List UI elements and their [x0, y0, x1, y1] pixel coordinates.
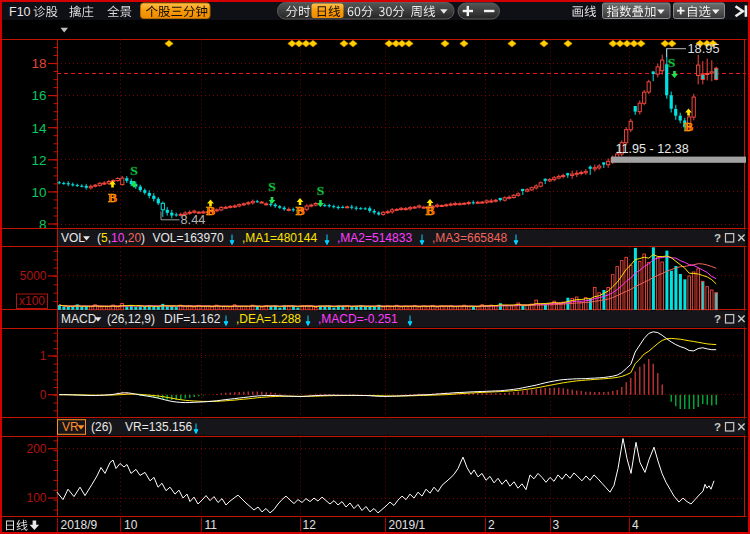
svg-text:,MA3=665848: ,MA3=665848 [432, 231, 507, 245]
svg-text:S: S [130, 163, 138, 178]
svg-text:?: ? [714, 232, 721, 244]
svg-text:8.44: 8.44 [181, 212, 206, 227]
svg-text:8: 8 [39, 217, 47, 232]
svg-text:S: S [268, 179, 276, 194]
svg-text:16: 16 [31, 88, 46, 103]
svg-text:VR: VR [62, 420, 79, 434]
svg-text:VR=135.156: VR=135.156 [125, 420, 192, 434]
svg-text:12: 12 [303, 518, 317, 532]
svg-text:,MA2=514833: ,MA2=514833 [337, 231, 412, 245]
svg-text:B: B [684, 119, 693, 134]
svg-text:4: 4 [632, 518, 639, 532]
svg-text:(26,12,9): (26,12,9) [107, 312, 155, 326]
svg-text:F10: F10 [9, 5, 31, 19]
svg-text:,DEA=1.288: ,DEA=1.288 [236, 312, 301, 326]
svg-text:(5,10,20): (5,10,20) [97, 231, 145, 245]
svg-text:10: 10 [124, 518, 138, 532]
svg-text:B: B [206, 203, 215, 218]
svg-text:x100: x100 [19, 294, 45, 308]
svg-text:(26): (26) [91, 420, 112, 434]
svg-text:14: 14 [31, 121, 47, 136]
svg-text:VOL: VOL [61, 231, 85, 245]
svg-text:S: S [668, 55, 676, 70]
svg-text:18.95: 18.95 [688, 41, 720, 56]
svg-text:?: ? [714, 313, 721, 325]
svg-text:200: 200 [26, 442, 46, 456]
svg-text:MACD: MACD [61, 312, 97, 326]
svg-text:,MACD=-0.251: ,MACD=-0.251 [318, 312, 398, 326]
svg-text:VOL=163970: VOL=163970 [153, 231, 224, 245]
svg-text:10: 10 [31, 185, 46, 200]
svg-text:2: 2 [488, 518, 495, 532]
svg-text:11: 11 [205, 518, 218, 532]
svg-text:1: 1 [40, 349, 47, 363]
svg-text:B: B [295, 203, 304, 218]
svg-text:?: ? [714, 421, 721, 433]
svg-text:,MA1=480144: ,MA1=480144 [242, 231, 317, 245]
svg-text:5000: 5000 [20, 269, 47, 283]
svg-text:2018/9: 2018/9 [61, 518, 98, 532]
svg-text:18: 18 [31, 56, 46, 71]
svg-text:B: B [425, 203, 434, 218]
svg-text:0: 0 [40, 388, 47, 402]
svg-text:2019/1: 2019/1 [389, 518, 426, 532]
svg-text:DIF=1.162: DIF=1.162 [164, 312, 221, 326]
svg-text:3: 3 [553, 518, 560, 532]
svg-text:12: 12 [31, 153, 46, 168]
svg-text:B: B [108, 190, 117, 205]
svg-text:100: 100 [26, 491, 46, 505]
svg-text:S: S [317, 183, 325, 198]
svg-text:11.95 - 12.38: 11.95 - 12.38 [616, 142, 689, 156]
